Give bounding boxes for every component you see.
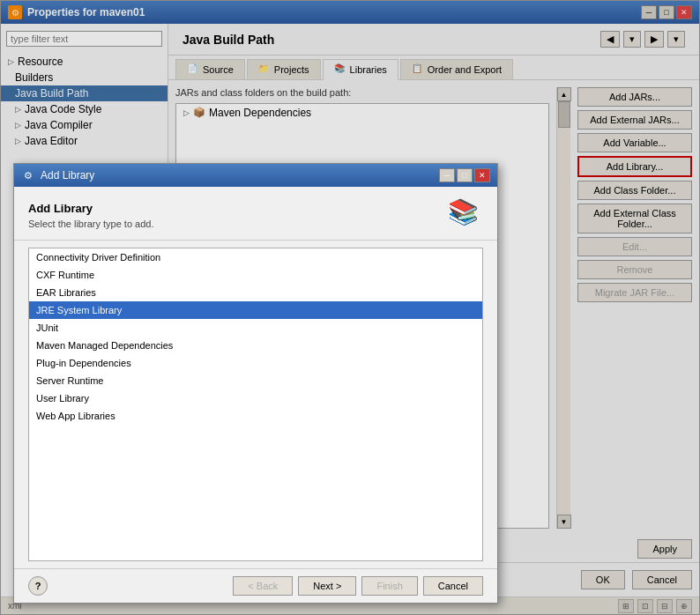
finish-button[interactable]: Finish bbox=[361, 576, 417, 596]
dialog-minimize-button[interactable]: ─ bbox=[439, 168, 455, 182]
list-item-connectivity[interactable]: Connectivity Driver Definition bbox=[29, 248, 482, 266]
books-icon: 📚 bbox=[448, 198, 479, 226]
list-item-cxf[interactable]: CXF Runtime bbox=[29, 266, 482, 284]
dialog-title-bar: ⚙ Add Library ─ □ ✕ bbox=[14, 164, 497, 187]
dialog-controls: ─ □ ✕ bbox=[439, 168, 490, 182]
list-item-junit[interactable]: JUnit bbox=[29, 319, 482, 337]
dialog-close-button[interactable]: ✕ bbox=[474, 168, 490, 182]
list-item-jre[interactable]: JRE System Library bbox=[29, 301, 482, 319]
next-button[interactable]: Next > bbox=[298, 576, 356, 596]
dialog-maximize-button[interactable]: □ bbox=[457, 168, 473, 182]
dialog-footer: ? < Back Next > Finish Cancel bbox=[14, 568, 497, 603]
dialog-icon: ⚙ bbox=[21, 168, 35, 182]
help-button[interactable]: ? bbox=[28, 576, 48, 596]
library-icon: 📚 bbox=[448, 197, 483, 233]
dialog-title-left: ⚙ Add Library bbox=[21, 168, 94, 182]
dialog-subheading: Select the library type to add. bbox=[28, 219, 153, 229]
back-button[interactable]: < Back bbox=[233, 576, 293, 596]
list-item-maven[interactable]: Maven Managed Dependencies bbox=[29, 337, 482, 354]
dialog-heading: Add Library bbox=[28, 202, 153, 215]
add-library-dialog: ⚙ Add Library ─ □ ✕ Add Library Select t… bbox=[13, 163, 498, 604]
dialog-header-text: Add Library Select the library type to a… bbox=[28, 202, 153, 229]
dialog-footer-buttons: < Back Next > Finish Cancel bbox=[233, 576, 483, 596]
library-list[interactable]: Connectivity Driver Definition CXF Runti… bbox=[28, 248, 483, 561]
list-item-server[interactable]: Server Runtime bbox=[29, 372, 482, 389]
list-item-plugin[interactable]: Plug-in Dependencies bbox=[29, 354, 482, 372]
list-item-user[interactable]: User Library bbox=[29, 389, 482, 407]
list-item-ear[interactable]: EAR Libraries bbox=[29, 284, 482, 301]
list-item-webapp[interactable]: Web App Libraries bbox=[29, 407, 482, 425]
dialog-header: Add Library Select the library type to a… bbox=[14, 187, 497, 241]
dialog-title: Add Library bbox=[41, 169, 94, 182]
dialog-cancel-button[interactable]: Cancel bbox=[423, 576, 483, 596]
